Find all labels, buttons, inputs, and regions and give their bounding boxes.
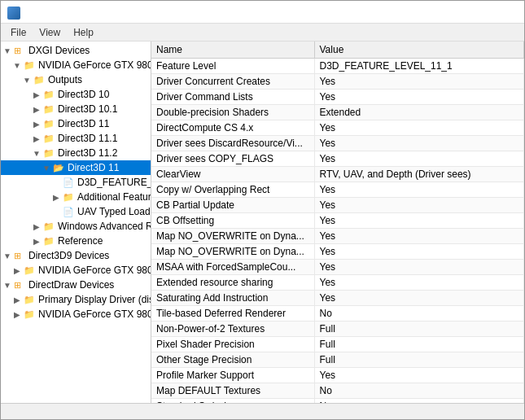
tree-item-nvidia3[interactable]: ▶📁NVIDIA GeForce GTX 980 (\\.\DISPLAY1)	[1, 307, 151, 322]
tree-expander-direct3d111[interactable]: ▶	[30, 134, 43, 143]
right-panel: Name Value Feature LevelD3D_FEATURE_LEVE…	[151, 42, 524, 403]
tree-expander-outputs[interactable]: ▼	[20, 76, 33, 85]
table-row[interactable]: Other Stage PrecisionFull	[151, 352, 524, 368]
table-row[interactable]: DirectCompute CS 4.xYes	[151, 120, 524, 136]
tree-item-windows_advanced[interactable]: ▶📁Windows Advanced Rasterization Platfor…	[1, 219, 151, 234]
table-row[interactable]: Map NO_OVERWRITE on Dyna...Yes	[151, 229, 524, 244]
tree-item-direct3d11sel[interactable]: ▼📂Direct3D 11	[1, 160, 151, 175]
menu-bar: FileViewHelp	[1, 24, 524, 42]
menu-item-file[interactable]: File	[4, 25, 33, 40]
tree-item-nvidia[interactable]: ▼📁NVIDIA GeForce GTX 980	[1, 58, 151, 72]
tree-item-uav[interactable]: 📄UAV Typed Load	[1, 204, 151, 219]
tree-expander-direct3d101[interactable]: ▶	[30, 105, 43, 114]
table-cell-value: RTV, UAV, and Depth (Driver sees)	[314, 167, 524, 182]
tree-item-nvidia2[interactable]: ▶📁NVIDIA GeForce GTX 980	[1, 263, 151, 278]
tree-expander-nvidia2[interactable]: ▶	[11, 266, 24, 275]
tree-item-direct3d10[interactable]: ▶📁Direct3D 10	[1, 87, 151, 102]
table-row[interactable]: Extended resource sharingYes	[151, 275, 524, 291]
table-cell-value: Extended	[314, 105, 524, 120]
table-cell-name: CB Partial Update	[151, 198, 314, 213]
tree-label-primary: Primary Display Driver (display)	[38, 294, 151, 305]
close-button[interactable]	[501, 6, 518, 20]
table-row[interactable]: Driver sees COPY_FLAGSYes	[151, 151, 524, 167]
table-row[interactable]: Double-precision ShadersExtended	[151, 105, 524, 120]
tree-folder-icon-reference: 📁	[43, 236, 56, 247]
tree-expander-direct3d11sel[interactable]: ▼	[40, 164, 53, 173]
tree-expander-direct3d10[interactable]: ▶	[30, 90, 43, 99]
table-cell-name: CB Offsetting	[151, 213, 314, 229]
tree-item-direct3d11[interactable]: ▶📁Direct3D 11	[1, 116, 151, 131]
tree-item-additional[interactable]: ▶📁Additional Feature Levels	[1, 190, 151, 204]
table-row[interactable]: Map DEFAULT TexturesNo	[151, 383, 524, 399]
table-row[interactable]: CB Partial UpdateYes	[151, 198, 524, 213]
table-cell-name: Driver Concurrent Creates	[151, 74, 314, 90]
title-bar-left	[7, 7, 25, 20]
tree-expander-directdraw[interactable]: ▼	[1, 281, 14, 290]
tree-item-direct3d112[interactable]: ▼📁Direct3D 11.2	[1, 146, 151, 160]
tree-item-direct3d101[interactable]: ▶📁Direct3D 10.1	[1, 102, 151, 116]
table-row[interactable]: Map NO_OVERWRITE on Dyna...Yes	[151, 244, 524, 260]
tree-folder-icon-dxgi: ⊞	[14, 46, 27, 56]
table-row[interactable]: ClearViewRTV, UAV, and Depth (Driver see…	[151, 167, 524, 182]
table-cell-name: Copy w/ Overlapping Rect	[151, 182, 314, 198]
table-row[interactable]: Pixel Shader PrecisionFull	[151, 337, 524, 352]
tree-item-direct3d111[interactable]: ▶📁Direct3D 11.1	[1, 131, 151, 146]
tree-label-direct3d112: Direct3D 11.2	[58, 147, 117, 159]
tree-folder-icon-direct3d11: 📁	[43, 119, 56, 129]
tree-label-direct3d9: Direct3D9 Devices	[28, 250, 109, 261]
tree-panel[interactable]: ▼⊞DXGI Devices▼📁NVIDIA GeForce GTX 980▼📁…	[1, 42, 151, 403]
tree-label-nvidia3: NVIDIA GeForce GTX 980 (\\.\DISPLAY1)	[38, 308, 151, 320]
table-cell-name: Map NO_OVERWRITE on Dyna...	[151, 229, 314, 244]
properties-table: Name Value Feature LevelD3D_FEATURE_LEVE…	[151, 42, 524, 403]
tree-expander-reference[interactable]: ▶	[30, 237, 43, 246]
table-row[interactable]: Profile Marker SupportYes	[151, 368, 524, 383]
table-cell-value: Yes	[314, 90, 524, 105]
table-row[interactable]: Driver sees DiscardResource/Vi...Yes	[151, 136, 524, 151]
table-container[interactable]: Name Value Feature LevelD3D_FEATURE_LEVE…	[151, 42, 524, 403]
tree-expander-dxgi[interactable]: ▼	[1, 46, 14, 55]
tree-item-directdraw[interactable]: ▼⊞DirectDraw Devices	[1, 278, 151, 292]
maximize-button[interactable]	[483, 6, 500, 20]
table-row[interactable]: Driver Command ListsYes	[151, 90, 524, 105]
table-cell-name: Saturating Add Instruction	[151, 291, 314, 306]
menu-item-help[interactable]: Help	[67, 25, 100, 40]
tree-folder-icon-primary: 📁	[24, 295, 37, 305]
table-row[interactable]: Feature LevelD3D_FEATURE_LEVEL_11_1	[151, 59, 524, 74]
table-cell-value: Yes	[314, 151, 524, 167]
table-row[interactable]: Tile-based Deferred RendererNo	[151, 306, 524, 322]
table-cell-value: Yes	[314, 260, 524, 275]
tree-expander-direct3d112[interactable]: ▼	[30, 149, 43, 158]
table-row[interactable]: Copy w/ Overlapping RectYes	[151, 182, 524, 198]
tree-item-d3d_feature[interactable]: 📄D3D_FEATURE_LEVEL_11_1	[1, 175, 151, 190]
menu-item-view[interactable]: View	[33, 25, 67, 40]
minimize-button[interactable]	[466, 6, 482, 20]
tree-item-reference[interactable]: ▶📁Reference	[1, 234, 151, 248]
tree-expander-nvidia3[interactable]: ▶	[11, 310, 24, 319]
tree-label-nvidia2: NVIDIA GeForce GTX 980	[38, 265, 151, 276]
table-row[interactable]: Non-Power-of-2 TexturesFull	[151, 322, 524, 337]
table-cell-name: Driver sees COPY_FLAGS	[151, 151, 314, 167]
table-row[interactable]: MSAA with ForcedSampleCou...Yes	[151, 260, 524, 275]
table-cell-name: Driver Command Lists	[151, 90, 314, 105]
table-row[interactable]: Saturating Add InstructionYes	[151, 291, 524, 306]
window-controls	[466, 6, 518, 20]
tree-item-direct3d9[interactable]: ▼⊞Direct3D9 Devices	[1, 248, 151, 263]
tree-folder-icon-direct3d101: 📁	[43, 104, 56, 115]
table-row[interactable]: Driver Concurrent CreatesYes	[151, 74, 524, 90]
table-cell-value: Yes	[314, 291, 524, 306]
table-cell-value: Full	[314, 322, 524, 337]
table-cell-name: ClearView	[151, 167, 314, 182]
tree-expander-direct3d11[interactable]: ▶	[30, 120, 43, 129]
tree-item-dxgi[interactable]: ▼⊞DXGI Devices	[1, 43, 151, 58]
table-cell-value: Full	[314, 352, 524, 368]
tree-item-outputs[interactable]: ▼📁Outputs	[1, 72, 151, 87]
tree-expander-primary[interactable]: ▶	[11, 295, 24, 304]
tree-expander-windows_advanced[interactable]: ▶	[30, 222, 43, 231]
table-row[interactable]: CB OffsettingYes	[151, 213, 524, 229]
table-cell-value: Yes	[314, 120, 524, 136]
tree-expander-additional[interactable]: ▶	[50, 193, 63, 202]
table-cell-value: Yes	[314, 136, 524, 151]
tree-expander-nvidia[interactable]: ▼	[11, 61, 24, 70]
tree-item-primary[interactable]: ▶📁Primary Display Driver (display)	[1, 292, 151, 307]
tree-expander-direct3d9[interactable]: ▼	[1, 252, 14, 260]
